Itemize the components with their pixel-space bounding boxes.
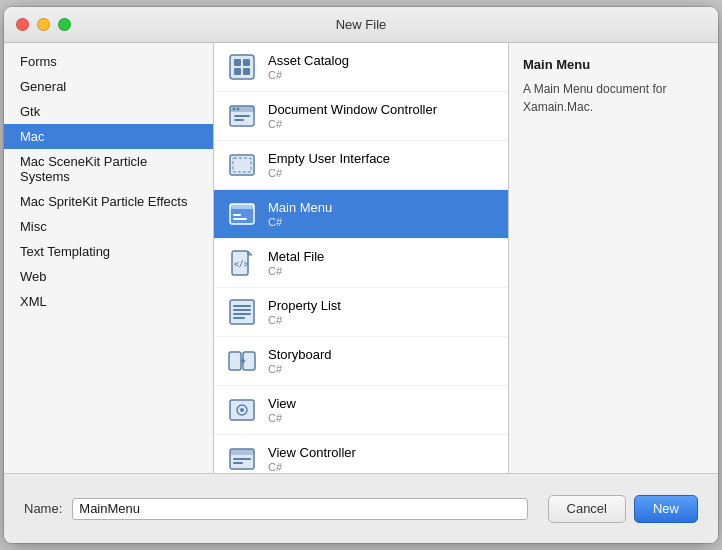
svg-rect-19 — [230, 300, 254, 324]
empty-user-interface-subtitle: C# — [268, 167, 390, 179]
detail-panel: Main Menu A Main Menu document for Xamai… — [509, 43, 718, 473]
sidebar-item-text-templating[interactable]: Text Templating — [4, 239, 213, 264]
asset-catalog-icon — [226, 51, 258, 83]
main-menu-title: Main Menu — [268, 200, 332, 215]
file-item-empty-user-interface[interactable]: Empty User InterfaceC# — [214, 141, 508, 190]
file-item-main-menu[interactable]: Main MenuC# — [214, 190, 508, 239]
svg-point-28 — [240, 408, 244, 412]
property-list-title: Property List — [268, 298, 341, 313]
view-subtitle: C# — [268, 412, 296, 424]
window-title: New File — [336, 17, 387, 32]
svg-rect-4 — [243, 68, 250, 75]
svg-point-8 — [237, 108, 240, 111]
view-controller-icon — [226, 443, 258, 473]
svg-rect-10 — [234, 119, 244, 121]
bottom-bar: Name: Cancel New — [4, 473, 718, 543]
view-icon — [226, 394, 258, 426]
empty-user-interface-title: Empty User Interface — [268, 151, 390, 166]
svg-rect-0 — [230, 55, 254, 79]
sidebar-item-mac-spritekit[interactable]: Mac SpriteKit Particle Effects — [4, 189, 213, 214]
cancel-button[interactable]: Cancel — [548, 495, 626, 523]
name-label: Name: — [24, 501, 62, 516]
titlebar: New File — [4, 7, 718, 43]
sidebar-item-gtk[interactable]: Gtk — [4, 99, 213, 124]
file-item-storyboard[interactable]: StoryboardC# — [214, 337, 508, 386]
document-window-controller-icon — [226, 100, 258, 132]
action-buttons: Cancel New — [548, 495, 698, 523]
titlebar-buttons — [16, 18, 71, 31]
minimize-button[interactable] — [37, 18, 50, 31]
main-content: FormsGeneralGtkMacMac SceneKit Particle … — [4, 43, 718, 473]
storyboard-icon — [226, 345, 258, 377]
storyboard-title: Storyboard — [268, 347, 332, 362]
svg-rect-2 — [243, 59, 250, 66]
svg-rect-22 — [233, 313, 251, 315]
svg-rect-16 — [233, 218, 247, 220]
svg-rect-30 — [230, 449, 254, 455]
svg-rect-24 — [229, 352, 241, 370]
file-item-view-controller[interactable]: View ControllerC# — [214, 435, 508, 473]
name-input[interactable] — [72, 498, 527, 520]
detail-title: Main Menu — [523, 57, 704, 72]
svg-rect-31 — [233, 458, 251, 460]
svg-rect-1 — [234, 59, 241, 66]
document-window-controller-subtitle: C# — [268, 118, 437, 130]
svg-text:</>: </> — [234, 260, 249, 269]
document-window-controller-title: Document Window Controller — [268, 102, 437, 117]
view-controller-subtitle: C# — [268, 461, 356, 473]
svg-point-7 — [233, 108, 236, 111]
file-list: Asset CatalogC# Document Window Controll… — [214, 43, 509, 473]
sidebar-item-mac[interactable]: Mac — [4, 124, 213, 149]
svg-rect-14 — [230, 204, 254, 209]
metal-file-icon: </> — [226, 247, 258, 279]
property-list-icon — [226, 296, 258, 328]
main-menu-subtitle: C# — [268, 216, 332, 228]
sidebar-item-xml[interactable]: XML — [4, 289, 213, 314]
sidebar-item-web[interactable]: Web — [4, 264, 213, 289]
file-item-metal-file[interactable]: </> Metal FileC# — [214, 239, 508, 288]
svg-rect-9 — [234, 115, 250, 117]
main-menu-icon — [226, 198, 258, 230]
file-item-property-list[interactable]: Property ListC# — [214, 288, 508, 337]
detail-description: A Main Menu document for Xamain.Mac. — [523, 80, 704, 116]
metal-file-title: Metal File — [268, 249, 324, 264]
file-item-view[interactable]: ViewC# — [214, 386, 508, 435]
svg-rect-21 — [233, 309, 251, 311]
empty-user-interface-icon — [226, 149, 258, 181]
sidebar-item-general[interactable]: General — [4, 74, 213, 99]
close-button[interactable] — [16, 18, 29, 31]
sidebar-item-forms[interactable]: Forms — [4, 49, 213, 74]
sidebar-item-misc[interactable]: Misc — [4, 214, 213, 239]
svg-rect-23 — [233, 317, 245, 319]
svg-rect-32 — [233, 462, 243, 464]
sidebar: FormsGeneralGtkMacMac SceneKit Particle … — [4, 43, 214, 473]
svg-rect-15 — [233, 214, 241, 216]
storyboard-subtitle: C# — [268, 363, 332, 375]
view-controller-title: View Controller — [268, 445, 356, 460]
new-file-dialog: New File FormsGeneralGtkMacMac SceneKit … — [4, 7, 718, 543]
metal-file-subtitle: C# — [268, 265, 324, 277]
sidebar-item-mac-scenekit[interactable]: Mac SceneKit Particle Systems — [4, 149, 213, 189]
asset-catalog-title: Asset Catalog — [268, 53, 349, 68]
view-title: View — [268, 396, 296, 411]
svg-rect-3 — [234, 68, 241, 75]
file-item-asset-catalog[interactable]: Asset CatalogC# — [214, 43, 508, 92]
file-item-document-window-controller[interactable]: Document Window ControllerC# — [214, 92, 508, 141]
new-button[interactable]: New — [634, 495, 698, 523]
property-list-subtitle: C# — [268, 314, 341, 326]
asset-catalog-subtitle: C# — [268, 69, 349, 81]
maximize-button[interactable] — [58, 18, 71, 31]
svg-rect-20 — [233, 305, 251, 307]
